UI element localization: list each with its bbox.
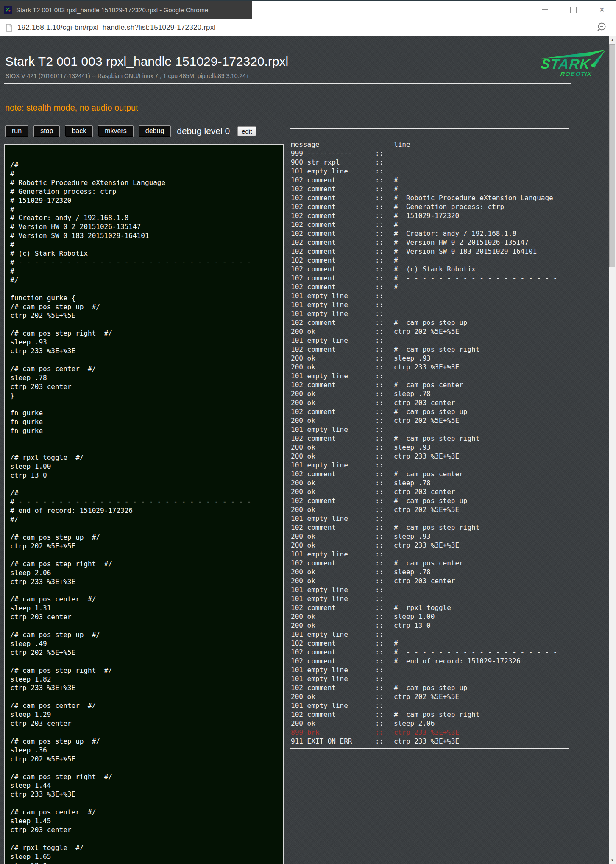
log-row: 200 ok::ctrp 233 %3E+%3E bbox=[291, 363, 571, 372]
log-row: 200 ok::ctrp 202 %5E+%5E bbox=[291, 327, 571, 336]
header-divider bbox=[4, 83, 571, 84]
page-content: Stark T2 001 003 rpxl_handle 151029-1723… bbox=[0, 36, 616, 864]
log-row: 102 comment::# - - - - - - - - - - - - -… bbox=[291, 648, 571, 657]
log-row: 899 brk::ctrp 233 %3E+%3E bbox=[291, 728, 571, 737]
page-scrollbar[interactable]: ▲ ▼ bbox=[609, 36, 616, 864]
log-row: 200 ok::ctrp 202 %5E+%5E bbox=[291, 505, 571, 514]
log-row: 900 str rxpl:: bbox=[291, 158, 571, 167]
log-row: 101 empty line:: bbox=[291, 594, 571, 603]
back-button[interactable]: back bbox=[65, 125, 93, 137]
log-row: 101 empty line:: bbox=[291, 514, 571, 523]
log-row: 102 comment::# cam pos center bbox=[291, 470, 571, 478]
log-row: 101 empty line:: bbox=[291, 336, 571, 345]
log-row: 101 empty line:: bbox=[291, 461, 571, 470]
log-row: 102 comment::# rpxl toggle bbox=[291, 603, 571, 612]
log-row: 102 comment::# (c) Stark Robotix bbox=[291, 265, 571, 274]
scrollbar-thumb[interactable] bbox=[609, 44, 615, 267]
log-row: 200 ok::sleep 2.06 bbox=[291, 719, 571, 728]
code-editor[interactable]: /# # # Robotic Procedure eXtension Langu… bbox=[5, 145, 283, 864]
minimize-button[interactable] bbox=[542, 9, 548, 10]
page-icon bbox=[6, 24, 12, 32]
close-button[interactable]: ✕ bbox=[599, 6, 605, 14]
stop-button[interactable]: stop bbox=[33, 125, 60, 137]
log-row: 200 ok::sleep 1.00 bbox=[291, 612, 571, 621]
code-panel: /# # # Robotic Procedure eXtension Langu… bbox=[4, 144, 284, 864]
zoom-out-icon[interactable] bbox=[596, 22, 608, 35]
url-text[interactable]: 192.168.1.10/cgi-bin/rpxl_handle.sh?list… bbox=[17, 23, 215, 32]
log-row: 102 comment::# cam pos step right bbox=[291, 345, 571, 354]
log-header: messageline bbox=[291, 140, 571, 149]
logo-text-robotix: ROBOTIX bbox=[560, 70, 592, 77]
log-row: 200 ok::ctrp 202 %5E+%5E bbox=[291, 692, 571, 701]
debug-button[interactable]: debug bbox=[139, 125, 171, 137]
log-row: 101 empty line:: bbox=[291, 167, 571, 176]
log-row: 102 comment::# Creator: andy / 192.168.1… bbox=[291, 229, 571, 238]
log-row: 200 ok::sleep .78 bbox=[291, 389, 571, 398]
log-row: 200 ok::ctrp 203 center bbox=[291, 398, 571, 407]
log-row: 102 comment::# cam pos step right bbox=[291, 523, 571, 532]
log-row: 200 ok::sleep .93 bbox=[291, 354, 571, 363]
log-row: 200 ok::sleep .78 bbox=[291, 568, 571, 576]
mkvers-button[interactable]: mkvers bbox=[98, 125, 134, 137]
log-row: 101 empty line:: bbox=[291, 291, 571, 300]
debug-level-label: debug level 0 bbox=[177, 126, 230, 136]
log-row: 102 comment::# bbox=[291, 639, 571, 648]
log-row: 102 comment::# cam pos step up bbox=[291, 683, 571, 692]
browser-window: Stark T2 001 003 rpxl_handle 151029-1723… bbox=[0, 0, 616, 864]
log-row: 200 ok::ctrp 203 center bbox=[291, 576, 571, 585]
log-row: 911 EXIT ON ERR::ctrp 233 %3E+%3E bbox=[291, 737, 571, 746]
log-row: 101 empty line:: bbox=[291, 300, 571, 309]
log-row: 102 comment::# cam pos step right bbox=[291, 434, 571, 443]
log-row: 102 comment::# cam pos step up bbox=[291, 318, 571, 327]
log-row: 101 empty line:: bbox=[291, 665, 571, 674]
scrollbar-down-icon[interactable]: ▼ bbox=[609, 857, 616, 864]
page-title: Stark T2 001 003 rpxl_handle 151029-1723… bbox=[5, 54, 288, 69]
log-row: 102 comment::# Version SW 0 183 20151029… bbox=[291, 247, 571, 256]
window-controls: ✕ bbox=[542, 1, 616, 19]
log-row: 200 ok::sleep .78 bbox=[291, 478, 571, 487]
log-row: 101 empty line:: bbox=[291, 630, 571, 639]
log-row: 102 comment::# cam pos center bbox=[291, 559, 571, 568]
address-bar: 192.168.1.10/cgi-bin/rpxl_handle.sh?list… bbox=[0, 19, 616, 36]
log-row: 102 comment::# - - - - - - - - - - - - -… bbox=[291, 274, 571, 282]
edit-button[interactable]: edit bbox=[237, 126, 256, 136]
log-row: 102 comment::# bbox=[291, 185, 571, 193]
page-subtitle: StOX V 421 (20160117-132441) -- Raspbian… bbox=[6, 73, 249, 79]
run-button[interactable]: run bbox=[5, 125, 28, 137]
log-row: 101 empty line:: bbox=[291, 550, 571, 559]
log-list: messageline999 -----------::900 str rxpl… bbox=[291, 140, 571, 746]
log-row: 101 empty line:: bbox=[291, 372, 571, 380]
titlebar-dark-section: Stark T2 001 003 rpxl_handle 151029-1723… bbox=[0, 1, 252, 19]
log-row: 101 empty line:: bbox=[291, 674, 571, 683]
log-row: 200 ok::ctrp 13 0 bbox=[291, 621, 571, 630]
log-divider-top bbox=[290, 128, 569, 129]
status-note: note: stealth mode, no audio output bbox=[5, 103, 138, 113]
log-row: 102 comment::# Version HW 0 2 20151026-1… bbox=[291, 238, 571, 247]
window-title: Stark T2 001 003 rpxl_handle 151029-1723… bbox=[16, 6, 208, 14]
log-row: 102 comment::# cam pos step right bbox=[291, 710, 571, 719]
log-row: 101 empty line:: bbox=[291, 585, 571, 594]
window-titlebar: Stark T2 001 003 rpxl_handle 151029-1723… bbox=[0, 0, 616, 19]
log-row: 102 comment::# cam pos center bbox=[291, 380, 571, 389]
log-row: 101 empty line:: bbox=[291, 701, 571, 710]
log-row: 101 empty line:: bbox=[291, 309, 571, 318]
stark-robotix-logo: STARK ROBOTIX bbox=[540, 49, 606, 81]
logo-text-stark: STARK bbox=[540, 56, 591, 72]
log-row: 102 comment::# Generation process: ctrp bbox=[291, 202, 571, 211]
site-favicon-icon bbox=[4, 6, 12, 14]
maximize-button[interactable] bbox=[570, 7, 577, 13]
log-row: 200 ok::sleep .93 bbox=[291, 443, 571, 452]
log-row: 102 comment::# Robotic Procedure eXtensi… bbox=[291, 193, 571, 202]
log-row: 102 comment::# cam pos step up bbox=[291, 407, 571, 416]
log-row: 200 ok::sleep .93 bbox=[291, 532, 571, 541]
log-row: 102 comment::# bbox=[291, 256, 571, 265]
log-row: 102 comment::# bbox=[291, 220, 571, 229]
log-row: 200 ok::ctrp 203 center bbox=[291, 487, 571, 496]
log-row: 102 comment::# 151029-172320 bbox=[291, 211, 571, 220]
log-row: 999 -----------:: bbox=[291, 149, 571, 158]
toolbar: run stop back mkvers debug debug level 0… bbox=[5, 124, 256, 138]
scrollbar-up-icon[interactable]: ▲ bbox=[609, 36, 616, 44]
log-row: 200 ok::ctrp 202 %5E+%5E bbox=[291, 416, 571, 425]
log-divider-bottom bbox=[290, 748, 569, 749]
log-row: 101 empty line:: bbox=[291, 425, 571, 434]
